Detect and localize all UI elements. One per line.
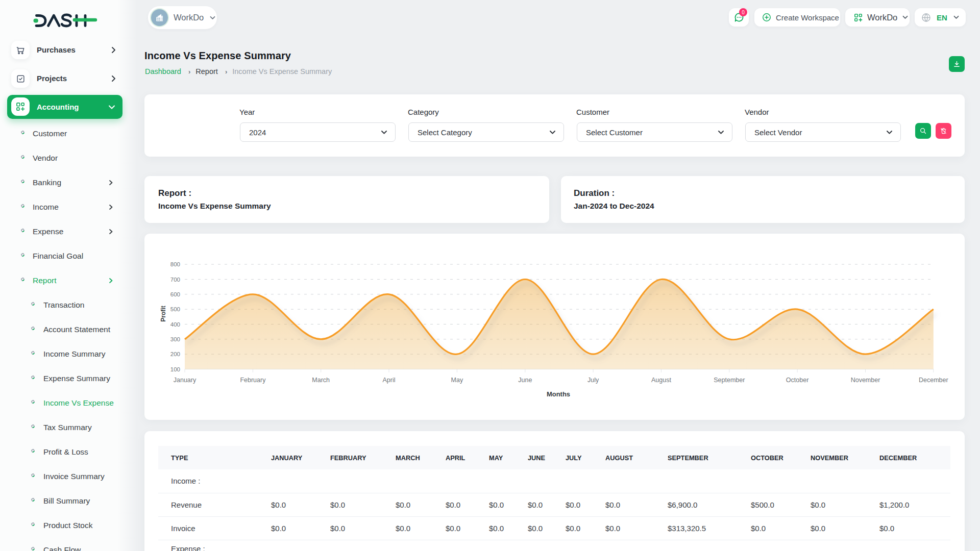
svg-text:February: February	[240, 377, 266, 384]
svg-text:November: November	[851, 377, 880, 384]
svg-text:April: April	[382, 377, 395, 384]
svg-text:March: March	[312, 377, 330, 384]
svg-text:400: 400	[170, 321, 180, 328]
svg-text:800: 800	[170, 261, 180, 267]
svg-text:Months: Months	[547, 390, 570, 398]
svg-text:500: 500	[170, 306, 180, 312]
svg-text:October: October	[786, 377, 808, 384]
svg-text:700: 700	[170, 277, 180, 283]
svg-text:August: August	[651, 377, 671, 384]
svg-text:600: 600	[170, 291, 180, 297]
svg-text:January: January	[174, 377, 197, 384]
svg-text:May: May	[451, 377, 463, 384]
svg-text:300: 300	[170, 336, 180, 342]
svg-text:200: 200	[170, 351, 180, 357]
svg-text:July: July	[587, 377, 599, 384]
svg-text:June: June	[518, 377, 532, 384]
svg-text:100: 100	[170, 366, 180, 372]
svg-text:Profit: Profit	[160, 306, 167, 321]
svg-text:December: December	[919, 377, 948, 384]
svg-text:September: September	[714, 377, 745, 384]
